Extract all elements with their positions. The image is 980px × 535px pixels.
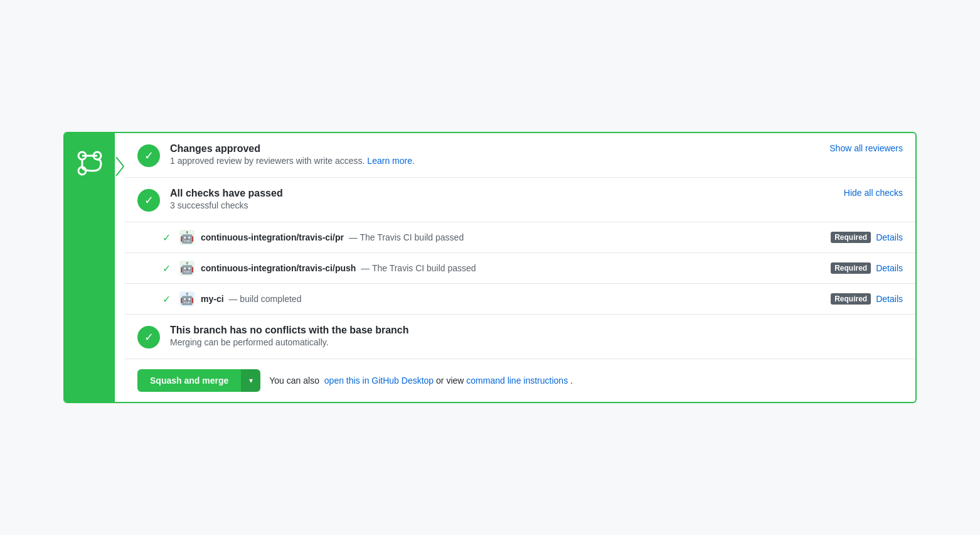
merge-info-prefix: You can also [269,376,319,386]
travis-ci-push-icon: 🤖 [179,261,194,276]
required-badge-3: Required [831,293,871,305]
show-all-reviewers-link[interactable]: Show all reviewers [829,143,903,153]
git-merge-icon [75,148,105,178]
pr-merge-box: ✓ Changes approved 1 approved review by … [63,132,917,403]
checks-header-section: ✓ All checks have passed 3 successful ch… [125,178,915,222]
no-conflicts-section: ✓ This branch has no conflicts with the … [125,315,915,359]
check-actions-2: Required Details [831,262,903,274]
approved-title: Changes approved [170,143,829,154]
details-link-3[interactable]: Details [876,294,903,304]
open-desktop-link[interactable]: open this in GitHub Desktop [324,376,434,386]
checks-subtitle: 3 successful checks [170,200,844,210]
no-conflicts-checkmark: ✓ [137,326,160,349]
my-ci-icon: 🤖 [179,291,194,306]
check-pass-icon-3: ✓ [162,293,171,305]
details-link-1[interactable]: Details [876,232,903,242]
check-desc-3: — build completed [226,294,302,304]
main-content: ✓ Changes approved 1 approved review by … [125,133,915,402]
left-icon-bar [65,133,115,402]
squash-merge-dropdown-button[interactable]: ▾ [241,369,260,392]
check-row-my-ci: ✓ 🤖 my-ci — build completed Required Det… [125,284,915,315]
no-conflicts-subtitle: Merging can be performed automatically. [170,337,903,347]
details-link-2[interactable]: Details [876,263,903,273]
check-row-travis-push: ✓ 🤖 continuous-integration/travis-ci/pus… [125,253,915,284]
required-badge-2: Required [831,262,871,274]
checks-title: All checks have passed [170,188,844,199]
chevron-connector [115,133,125,402]
show-reviewers-action: Show all reviewers [829,143,903,153]
merge-info-suffix: . [570,376,573,386]
travis-ci-pr-icon: 🤖 [179,230,194,245]
command-line-link[interactable]: command line instructions [466,376,568,386]
checks-checkmark: ✓ [137,189,160,212]
approved-checkmark: ✓ [137,144,160,167]
check-row-travis-pr: ✓ 🤖 continuous-integration/travis-ci/pr … [125,222,915,253]
hide-all-checks-link[interactable]: Hide all checks [844,188,903,198]
checks-body: All checks have passed 3 successful chec… [170,188,844,210]
dropdown-arrow-icon: ▾ [249,376,253,385]
check-actions-3: Required Details [831,293,903,305]
learn-more-link[interactable]: Learn more. [367,156,414,166]
required-badge-1: Required [831,232,871,243]
check-name-2: continuous-integration/travis-ci/push [201,263,356,273]
no-conflicts-title: This branch has no conflicts with the ba… [170,325,903,336]
approved-subtitle-text: 1 approved review by reviewers with writ… [170,156,365,166]
merge-info: You can also open this in GitHub Desktop… [269,376,573,386]
hide-checks-action: Hide all checks [844,188,903,198]
changes-approved-section: ✓ Changes approved 1 approved review by … [125,133,915,178]
approved-icon: ✓ [137,144,160,167]
check-desc-2: — The Travis CI build passed [358,263,476,273]
merge-section: Squash and merge ▾ You can also open thi… [125,359,915,402]
merge-info-or: or view [436,376,466,386]
check-name-1: continuous-integration/travis-ci/pr [201,232,344,242]
approved-body: Changes approved 1 approved review by re… [170,143,829,166]
check-name-3: my-ci [201,294,224,304]
check-desc-1: — The Travis CI build passed [346,232,464,242]
check-pass-icon-1: ✓ [162,232,171,244]
check-pass-icon-2: ✓ [162,262,171,274]
squash-merge-button[interactable]: Squash and merge ▾ [137,369,260,392]
approved-subtitle: 1 approved review by reviewers with writ… [170,156,829,166]
checks-icon: ✓ [137,189,160,212]
no-conflicts-body: This branch has no conflicts with the ba… [170,325,903,347]
no-conflicts-icon: ✓ [137,326,160,349]
check-actions-1: Required Details [831,232,903,243]
squash-merge-main-button[interactable]: Squash and merge [137,369,241,392]
